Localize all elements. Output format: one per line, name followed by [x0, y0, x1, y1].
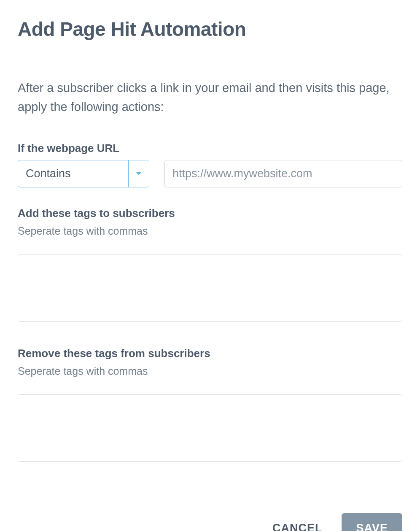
add-tags-label: Add these tags to subscribers — [18, 207, 402, 220]
add-tags-section: Add these tags to subscribers Seperate t… — [18, 207, 402, 344]
dialog-footer: CANCEL SAVE — [18, 513, 402, 531]
chevron-down-icon — [136, 172, 142, 175]
remove-tags-section: Remove these tags from subscribers Seper… — [18, 347, 402, 484]
url-condition-label: If the webpage URL — [18, 142, 402, 155]
url-condition-section: If the webpage URL Contains — [18, 142, 402, 187]
remove-tags-label: Remove these tags from subscribers — [18, 347, 402, 360]
add-tags-sublabel: Seperate tags with commas — [18, 225, 402, 237]
remove-tags-sublabel: Seperate tags with commas — [18, 365, 402, 377]
intro-text: After a subscriber clicks a link in your… — [18, 79, 402, 116]
page-title: Add Page Hit Automation — [18, 18, 402, 41]
url-condition-select[interactable]: Contains — [18, 160, 149, 187]
url-condition-select-value[interactable]: Contains — [18, 160, 129, 187]
cancel-button[interactable]: CANCEL — [270, 518, 325, 531]
save-button[interactable]: SAVE — [342, 513, 402, 531]
url-input[interactable] — [164, 160, 402, 187]
url-condition-select-toggle[interactable] — [129, 160, 149, 187]
remove-tags-input[interactable] — [18, 394, 402, 462]
url-row: Contains — [18, 160, 402, 187]
add-tags-input[interactable] — [18, 254, 402, 322]
